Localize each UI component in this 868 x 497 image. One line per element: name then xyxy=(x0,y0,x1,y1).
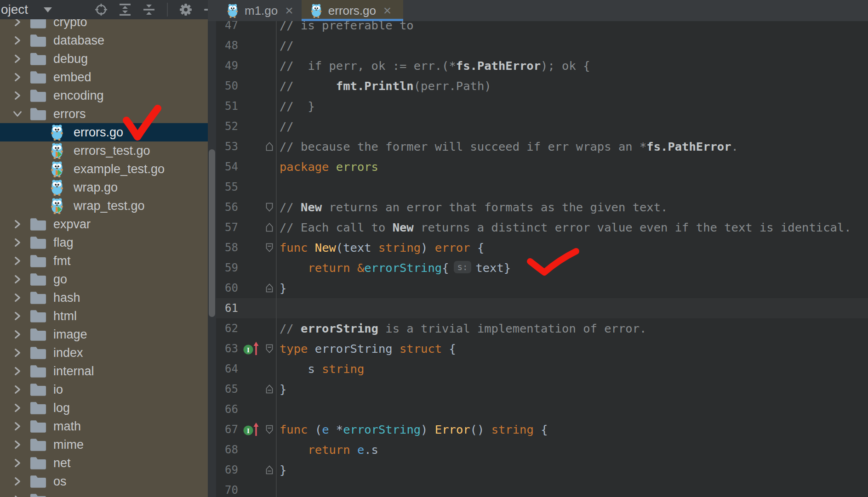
chevron-collapsed-icon[interactable] xyxy=(11,238,24,247)
tree-item-math[interactable]: math xyxy=(0,417,208,435)
chevron-collapsed-icon[interactable] xyxy=(11,458,24,468)
chevron-collapsed-icon[interactable] xyxy=(11,403,24,412)
chevron-collapsed-icon[interactable] xyxy=(11,311,24,321)
tree-item-crypto[interactable]: crypto xyxy=(0,19,208,31)
tree-item-image[interactable]: image xyxy=(0,325,208,344)
code-line-56[interactable]: 56// New returns an error that formats a… xyxy=(216,197,868,217)
editor-tab-m1-go[interactable]: m1.go× xyxy=(218,0,302,21)
expand-all-icon[interactable] xyxy=(118,3,132,17)
chevron-collapsed-icon[interactable] xyxy=(11,385,24,394)
fold-marker-icon[interactable] xyxy=(266,223,273,232)
code-line-48[interactable]: 48// xyxy=(216,35,868,56)
tree-scrollbar-thumb[interactable] xyxy=(209,149,215,317)
code-line-52[interactable]: 52// xyxy=(216,116,868,136)
chevron-collapsed-icon[interactable] xyxy=(11,293,24,302)
code-line-47[interactable]: 47// is preferable to xyxy=(216,21,868,35)
chevron-collapsed-icon[interactable] xyxy=(11,495,24,497)
code-line-61[interactable]: 61 xyxy=(216,298,868,318)
close-icon[interactable]: × xyxy=(383,4,392,17)
code-line-66[interactable]: 66 xyxy=(216,399,868,419)
tree-item-mime[interactable]: mime xyxy=(0,435,208,454)
tree-item-errors[interactable]: errors xyxy=(0,105,208,123)
tree-item-html[interactable]: html xyxy=(0,307,208,325)
code-line-65[interactable]: 65} xyxy=(216,379,868,399)
tree-item-errors_test-go[interactable]: errors_test.go xyxy=(0,141,208,160)
chevron-down-icon[interactable] xyxy=(44,7,52,12)
code-line-67[interactable]: 67Ifunc (e *errorString) Error() string … xyxy=(216,419,868,440)
fold-marker-icon[interactable] xyxy=(266,142,273,151)
tree-item-log[interactable]: log xyxy=(0,399,208,417)
project-tree[interactable]: cryptodatabasedebugembedencodingerrorser… xyxy=(0,19,208,497)
code-line-63[interactable]: 63Itype errorString struct { xyxy=(216,339,868,359)
tree-item-wrap-go[interactable]: wrap.go xyxy=(0,178,208,197)
tree-item-internal[interactable]: internal xyxy=(0,362,208,380)
chevron-expanded-icon[interactable] xyxy=(11,109,24,119)
code-line-70[interactable]: 70 xyxy=(216,480,868,497)
code-line-54[interactable]: 54package errors xyxy=(216,157,868,177)
tree-item-io[interactable]: io xyxy=(0,380,208,399)
tree-item-hash[interactable]: hash xyxy=(0,288,208,307)
code-editor[interactable]: 47// is preferable to48//49// if perr, o… xyxy=(216,21,868,497)
code-line-60[interactable]: 60} xyxy=(216,278,868,298)
code-line-68[interactable]: 68 return e.s xyxy=(216,440,868,460)
code-line-59[interactable]: 59 return &errorString{s:text} xyxy=(216,258,868,278)
chevron-collapsed-icon[interactable] xyxy=(11,19,24,27)
tree-item-os[interactable]: os xyxy=(0,472,208,491)
tree-item-errors-go[interactable]: errors.go xyxy=(0,123,208,141)
code-line-69[interactable]: 69} xyxy=(216,460,868,480)
tree-item-expvar[interactable]: expvar xyxy=(0,215,208,233)
tree-item-flag[interactable]: flag xyxy=(0,233,208,252)
chevron-collapsed-icon[interactable] xyxy=(11,256,24,265)
chevron-collapsed-icon[interactable] xyxy=(11,91,24,100)
fold-marker-icon[interactable] xyxy=(266,243,273,252)
chevron-collapsed-icon[interactable] xyxy=(11,73,24,82)
chevron-collapsed-icon[interactable] xyxy=(11,477,24,486)
tree-item-go[interactable]: go xyxy=(0,270,208,288)
implemented-interface-icon[interactable]: I xyxy=(243,422,262,437)
code-line-55[interactable]: 55 xyxy=(216,177,868,197)
tree-item-wrap_test-go[interactable]: wrap_test.go xyxy=(0,197,208,215)
fold-marker-icon[interactable] xyxy=(266,425,273,434)
chevron-collapsed-icon[interactable] xyxy=(11,440,24,449)
implemented-interface-icon[interactable]: I xyxy=(243,341,262,356)
line-number: 62 xyxy=(216,322,241,335)
project-panel-title[interactable]: oject xyxy=(1,2,28,17)
chevron-collapsed-icon[interactable] xyxy=(11,275,24,284)
code-line-57[interactable]: 57// Each call to New returns a distinct… xyxy=(216,217,868,237)
chevron-collapsed-icon[interactable] xyxy=(11,36,24,45)
chevron-collapsed-icon[interactable] xyxy=(11,348,24,357)
chevron-collapsed-icon[interactable] xyxy=(11,220,24,229)
tree-item-index[interactable]: index xyxy=(0,344,208,362)
tree-item-clipped[interactable] xyxy=(0,491,208,497)
settings-gear-icon[interactable] xyxy=(179,3,193,17)
close-icon[interactable]: × xyxy=(285,4,293,17)
fold-marker-icon[interactable] xyxy=(266,344,273,353)
folder-icon xyxy=(29,309,47,323)
chevron-collapsed-icon[interactable] xyxy=(11,330,24,339)
fold-marker-icon[interactable] xyxy=(266,203,273,212)
code-line-49[interactable]: 49// if perr, ok := err.(*fs.PathError);… xyxy=(216,56,868,76)
chevron-collapsed-icon[interactable] xyxy=(11,422,24,431)
chevron-collapsed-icon[interactable] xyxy=(11,54,24,63)
tree-item-example_test-go[interactable]: example_test.go xyxy=(0,160,208,178)
code-line-53[interactable]: 53// because the former will succeed if … xyxy=(216,136,868,157)
tree-item-encoding[interactable]: encoding xyxy=(0,86,208,105)
tree-item-net[interactable]: net xyxy=(0,454,208,472)
code-line-58[interactable]: 58func New(text string) error { xyxy=(216,237,868,258)
tree-item-embed[interactable]: embed xyxy=(0,68,208,86)
fold-marker-icon[interactable] xyxy=(266,283,273,293)
code-line-51[interactable]: 51// } xyxy=(216,96,868,116)
code-line-62[interactable]: 62// errorString is a trivial implementa… xyxy=(216,318,868,339)
tree-item-database[interactable]: database xyxy=(0,31,208,50)
code-line-64[interactable]: 64 s string xyxy=(216,359,868,379)
locate-icon[interactable] xyxy=(94,3,108,17)
tree-item-fmt[interactable]: fmt xyxy=(0,252,208,270)
fold-marker-icon[interactable] xyxy=(266,384,273,394)
editor-tab-errors-go[interactable]: errors.go× xyxy=(302,0,404,21)
tree-item-debug[interactable]: debug xyxy=(0,50,208,68)
code-line-50[interactable]: 50// fmt.Println(perr.Path) xyxy=(216,76,868,96)
panel-splitter[interactable] xyxy=(208,19,216,497)
collapse-all-icon[interactable] xyxy=(142,3,156,17)
fold-marker-icon[interactable] xyxy=(266,465,273,474)
chevron-collapsed-icon[interactable] xyxy=(11,367,24,376)
